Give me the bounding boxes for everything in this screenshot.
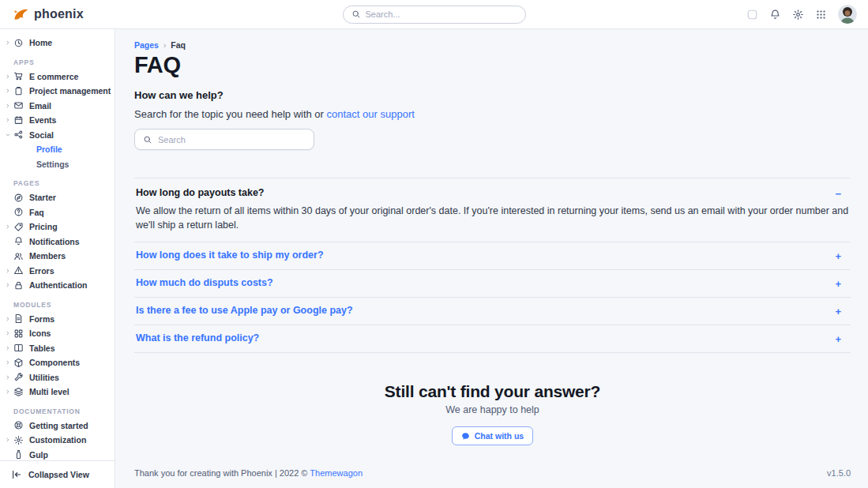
expand-plus-icon[interactable]: + xyxy=(835,305,851,317)
brand-name: phoenix xyxy=(34,7,84,21)
sidebar-item-e-commerce[interactable]: E commerce xyxy=(0,69,115,84)
sidebar-item-authentication[interactable]: Authentication xyxy=(0,278,115,293)
sidebar-item-icons[interactable]: Icons xyxy=(0,326,115,341)
global-search[interactable] xyxy=(343,6,526,24)
faq-item[interactable]: How long do payouts take?−We allow the r… xyxy=(134,178,851,242)
apps-grid-icon[interactable] xyxy=(815,9,827,21)
sidebar-section-label: DOCUMENTATION xyxy=(0,400,115,419)
theme-toggle-icon[interactable] xyxy=(746,9,758,21)
compass-icon xyxy=(13,193,24,203)
faq-question[interactable]: Is there a fee to use Apple pay or Googl… xyxy=(136,305,353,316)
sidebar-item-events[interactable]: Events xyxy=(0,113,115,128)
collapsed-view-toggle[interactable]: Collapsed View xyxy=(0,460,115,488)
cart-icon xyxy=(13,71,24,81)
sidebar-item-utilities[interactable]: Utilities xyxy=(0,370,115,385)
faq-item[interactable]: Is there a fee to use Apple pay or Googl… xyxy=(134,298,851,325)
lock-icon xyxy=(13,280,24,291)
sidebar-item-label: Utilities xyxy=(29,373,59,382)
breadcrumb-separator: › xyxy=(163,41,166,50)
sidebar-item-faq[interactable]: Faq xyxy=(0,205,115,220)
footer-credit-text: Thank you for creating with Phoenix | 20… xyxy=(134,468,310,478)
themewagon-link[interactable]: Themewagon xyxy=(310,468,363,478)
faq-answer: We allow the return of all items within … xyxy=(136,204,851,232)
sidebar-item-home[interactable]: Home xyxy=(0,36,115,51)
search-icon xyxy=(351,9,361,19)
faq-search[interactable] xyxy=(134,129,314,150)
sidebar-item-label: Gulp xyxy=(29,450,48,460)
share-icon xyxy=(13,130,24,140)
sidebar-section-label: PAGES xyxy=(0,171,115,190)
faq-question[interactable]: How much do disputs costs? xyxy=(136,277,273,288)
faq-question[interactable]: How long does it take to ship my order? xyxy=(136,250,324,261)
page-title: FAQ xyxy=(134,52,851,78)
contact-support-link[interactable]: contact our support xyxy=(327,108,415,120)
chevron-right-icon xyxy=(5,268,12,274)
sidebar-item-members[interactable]: Members xyxy=(0,249,115,264)
expand-plus-icon[interactable]: + xyxy=(835,250,851,261)
help-text-prefix: Search for the topic you need help with … xyxy=(134,108,327,120)
global-search-input[interactable] xyxy=(366,9,517,19)
faq-question[interactable]: How long do payouts take? xyxy=(136,187,265,198)
sidebar-section-label: MODULES xyxy=(0,293,115,312)
sidebar-item-social[interactable]: Social xyxy=(0,128,115,143)
cta-subtitle: We are happy to help xyxy=(134,404,851,415)
sidebar-item-components[interactable]: Components xyxy=(0,355,115,370)
life-buoy-icon xyxy=(13,420,24,430)
chevron-right-icon xyxy=(5,282,12,288)
grid-icon xyxy=(13,328,24,339)
faq-accordion: How long do payouts take?−We allow the r… xyxy=(134,178,851,353)
sidebar-item-email[interactable]: Email xyxy=(0,99,115,114)
faq-question[interactable]: What is the refund policy? xyxy=(136,332,259,343)
sidebar-item-label: Home xyxy=(29,38,52,47)
chevron-right-icon xyxy=(5,374,12,381)
sidebar-item-getting-started[interactable]: Getting started xyxy=(0,419,115,434)
chevron-right-icon xyxy=(5,103,12,109)
sidebar-item-forms[interactable]: Forms xyxy=(0,312,115,327)
sidebar-item-label: Getting started xyxy=(29,421,88,430)
sidebar-item-label: Faq xyxy=(29,208,44,217)
bell-icon xyxy=(13,236,24,246)
collapse-minus-icon[interactable]: − xyxy=(835,187,851,199)
faq-item[interactable]: How long does it take to ship my order?+ xyxy=(134,242,851,270)
notifications-bell-icon[interactable] xyxy=(769,9,781,21)
sidebar-item-settings[interactable]: Settings xyxy=(0,157,115,172)
phoenix-bird-icon xyxy=(13,7,29,22)
chevron-right-icon xyxy=(5,88,12,94)
expand-plus-icon[interactable]: + xyxy=(835,277,851,289)
sidebar-item-label: E commerce xyxy=(29,72,78,81)
sidebar-item-label: Social xyxy=(29,130,54,140)
brand-logo[interactable]: phoenix xyxy=(0,7,84,22)
sidebar-item-label: Forms xyxy=(29,314,54,324)
breadcrumb-pages-link[interactable]: Pages xyxy=(134,40,159,50)
wrench-icon xyxy=(13,372,24,382)
sidebar-item-profile[interactable]: Profile xyxy=(0,142,115,157)
collapse-left-icon xyxy=(11,469,22,480)
sidebar-item-multi-level[interactable]: Multi level xyxy=(0,385,115,400)
sidebar-item-gulp[interactable]: Gulp xyxy=(0,448,115,461)
user-avatar[interactable] xyxy=(838,5,857,24)
faq-item[interactable]: How much do disputs costs?+ xyxy=(134,270,851,298)
sidebar-item-label: Members xyxy=(29,251,66,261)
sidebar-item-label: Project management xyxy=(29,86,111,96)
help-heading: How can we help? xyxy=(134,89,851,101)
sidebar-item-pricing[interactable]: Pricing xyxy=(0,220,115,235)
sidebar-section-label: APPS xyxy=(0,51,115,69)
sidebar-item-label: Components xyxy=(29,358,80,367)
expand-plus-icon[interactable]: + xyxy=(835,332,851,344)
sidebar-item-project-management[interactable]: Project management xyxy=(0,84,115,99)
sidebar-item-customization[interactable]: Customization xyxy=(0,433,115,448)
faq-item[interactable]: What is the refund policy?+ xyxy=(134,325,851,353)
faq-search-input[interactable] xyxy=(158,135,306,145)
sidebar-item-tables[interactable]: Tables xyxy=(0,341,115,356)
sidebar-item-label: Icons xyxy=(29,328,51,338)
chat-bubble-icon xyxy=(461,432,470,441)
sidebar-item-starter[interactable]: Starter xyxy=(0,190,115,205)
chevron-right-icon xyxy=(5,223,12,230)
users-icon xyxy=(13,251,24,261)
cta-title: Still can't find your answer? xyxy=(134,382,851,401)
sidebar-item-label: Notifications xyxy=(29,237,80,246)
sidebar-item-notifications[interactable]: Notifications xyxy=(0,235,115,250)
sidebar-item-errors[interactable]: Errors xyxy=(0,264,115,279)
chat-with-us-button[interactable]: Chat with us xyxy=(452,426,533,445)
settings-gear-icon[interactable] xyxy=(792,9,804,21)
